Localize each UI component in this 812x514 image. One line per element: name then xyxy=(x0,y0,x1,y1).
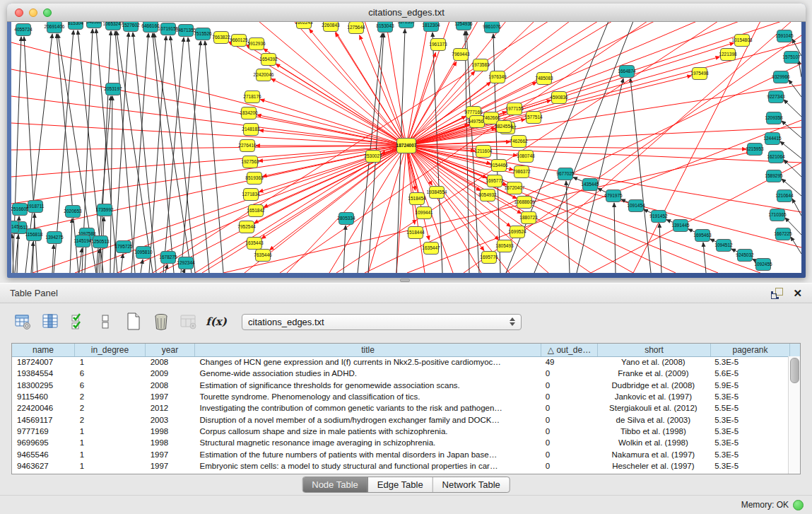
graph-node-label: 1091454 xyxy=(627,203,645,208)
float-panel-icon[interactable] xyxy=(771,288,783,299)
cell-indegree: 6 xyxy=(75,381,146,390)
column-header-title[interactable]: title xyxy=(195,344,541,356)
table-row[interactable]: 969969511998Structural magnetic resonanc… xyxy=(12,437,789,448)
cell-year: 2008 xyxy=(146,358,195,366)
graph-node-label: 1976349 xyxy=(488,74,507,79)
cell-short: Hescheler et al. (1997) xyxy=(597,462,710,470)
graph-node-label: 1156818 xyxy=(25,232,43,237)
column-header-pagerank[interactable]: pagerank xyxy=(711,344,790,356)
table-settings-icon[interactable] xyxy=(14,312,33,332)
function-builder-icon[interactable]: f(x) xyxy=(207,312,225,332)
graph-node-label: 9861076 xyxy=(483,24,501,29)
graph-node-label: 1575107 xyxy=(782,54,801,59)
splitter-handle[interactable] xyxy=(398,279,412,282)
graph-node-label: 1518454 xyxy=(408,196,426,201)
graph-node-label: 1678275 xyxy=(159,255,177,259)
column-header-year[interactable]: year xyxy=(146,344,195,356)
status-bar: Memory: OK xyxy=(0,495,812,514)
scrollbar-thumb[interactable] xyxy=(790,358,799,383)
graph-node-label: 7462666 xyxy=(482,115,500,120)
cell-name: 9699695 xyxy=(12,438,75,447)
citation-network-graph[interactable]: 1872400740557242069140681530494636210653… xyxy=(11,21,801,273)
cell-pagerank: 5.3E-5 xyxy=(710,358,789,366)
cell-name: 14569117 xyxy=(12,416,75,424)
table-row[interactable]: 2242004622012Investigating the contribut… xyxy=(12,402,789,414)
cell-name: 18300295 xyxy=(12,381,75,390)
graph-node-label: 1664874 xyxy=(618,69,636,74)
graph-edge xyxy=(782,121,801,138)
graph-node-label: 1244415 xyxy=(763,136,782,141)
new-table-icon[interactable] xyxy=(124,312,143,332)
table-row[interactable]: 1938455462009Genome-wide association stu… xyxy=(12,368,789,379)
table-select-dropdown[interactable]: citations_edges.txt xyxy=(242,314,522,330)
graph-node-label: 1975498 xyxy=(690,71,709,76)
table-toolbar: f(x) citations_edges.txt xyxy=(0,303,812,340)
graph-edge xyxy=(784,100,801,117)
graph-node-label: 20691406 xyxy=(45,24,65,29)
cell-pagerank: 5.3E-5 xyxy=(710,427,789,436)
graph-edge xyxy=(406,146,746,149)
graph-edge xyxy=(406,146,760,273)
table-row[interactable]: 1456911722003Disruption of a novel membe… xyxy=(12,414,789,425)
cell-name: 19384554 xyxy=(12,369,75,378)
graph-node-label: 1254936 xyxy=(454,21,473,26)
cell-year: 1998 xyxy=(146,438,195,447)
cell-indegree: 1 xyxy=(75,358,146,366)
cell-indegree: 1 xyxy=(75,462,146,470)
graph-node-label: 7663822 xyxy=(212,35,230,40)
delete-table-icon[interactable] xyxy=(152,312,170,332)
graph-node-label: 1292344 xyxy=(177,260,195,265)
column-visibility-icon[interactable] xyxy=(42,312,60,332)
graph-edge xyxy=(202,146,406,273)
graph-edge xyxy=(310,29,406,146)
cell-name: 9463627 xyxy=(12,462,75,470)
graph-node-label: 7952544 xyxy=(237,224,256,229)
dropdown-stepper-icon xyxy=(510,317,515,326)
graph-edge xyxy=(33,146,406,273)
select-rows-icon[interactable] xyxy=(69,312,88,332)
node-table[interactable]: namein_degreeyeartitle△ out_de…shortpage… xyxy=(11,343,801,474)
graph-node-label: 913145 xyxy=(11,224,19,229)
cell-outde: 0 xyxy=(541,369,597,378)
graph-node-label: 9777169 xyxy=(464,110,483,115)
graph-node-label: 1695772 xyxy=(486,178,504,183)
graph-node-label: 1927563 xyxy=(241,159,259,164)
table-row[interactable]: 946554611997Estimation of the future num… xyxy=(12,448,789,460)
tab-network-table[interactable]: Network Table xyxy=(433,477,510,492)
cell-year: 1997 xyxy=(146,462,195,470)
cell-short: Tibbo et al. (1998) xyxy=(597,427,710,436)
cell-title: Investigating the contribution of common… xyxy=(195,404,541,412)
vertical-scrollbar[interactable] xyxy=(788,356,800,474)
tab-node-table[interactable]: Node Table xyxy=(302,477,368,492)
table-mode-tabs: Node TableEdge TableNetwork Table xyxy=(302,477,510,493)
close-panel-icon[interactable]: ✕ xyxy=(793,288,802,298)
column-header-name[interactable]: name xyxy=(12,344,75,356)
graph-edge xyxy=(254,146,406,223)
table-row[interactable]: 911546021997Tourette syndrome. Phenomeno… xyxy=(12,391,789,402)
cell-outde: 0 xyxy=(541,427,597,436)
cell-title: Corpus callosum shape and size in male p… xyxy=(195,427,541,436)
graph-node-label: 7969443 xyxy=(452,52,470,57)
graph-node-label: 1209358 xyxy=(765,115,783,120)
cell-outde: 0 xyxy=(541,416,597,424)
cell-title: Changes of HCN gene expression and I(f) … xyxy=(195,358,541,366)
table-row[interactable]: 977716911998Corpus callosum shape and si… xyxy=(12,426,789,437)
column-header-short[interactable]: short xyxy=(598,344,711,356)
graph-edge xyxy=(11,146,406,204)
cell-indegree: 2 xyxy=(75,392,146,401)
cell-title: Estimation of significance thresholds fo… xyxy=(195,381,541,390)
graph-node-label: 1699524 xyxy=(508,229,526,234)
stacked-cells-icon[interactable] xyxy=(97,312,115,332)
network-canvas[interactable]: 1872400740557242069140681530494636210653… xyxy=(11,21,801,273)
table-row[interactable]: 946362711997Embryonic stem cells: a mode… xyxy=(12,460,789,472)
window-titlebar[interactable]: citations_edges.txt xyxy=(7,4,806,22)
graph-node-label: 1834200 xyxy=(240,110,258,115)
graph-node-label: 1977155 xyxy=(505,106,524,111)
tab-edge-table[interactable]: Edge Table xyxy=(368,477,433,492)
graph-node-label: 6466160 xyxy=(141,23,160,28)
graph-node-label: 9154466 xyxy=(490,163,508,168)
column-header-outde[interactable]: △ out_de… xyxy=(541,344,598,356)
table-row[interactable]: 1830029562008Estimation of significance … xyxy=(12,380,789,391)
table-row[interactable]: 1872400712008Changes of HCN gene express… xyxy=(12,356,789,368)
column-header-indegree[interactable]: in_degree xyxy=(75,344,146,356)
